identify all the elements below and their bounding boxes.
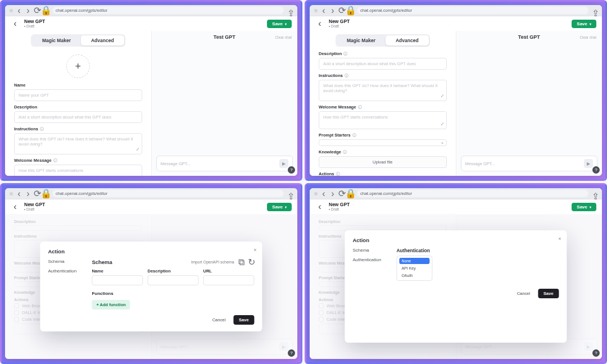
page-subtitle: • Draft	[24, 24, 45, 28]
help-button[interactable]: ?	[288, 166, 295, 174]
expand-icon[interactable]: ⤢	[136, 175, 139, 176]
instr-textarea[interactable]: What does this GPT do? How does it behav…	[319, 80, 447, 101]
expand-icon[interactable]: ⤢	[441, 94, 444, 98]
back-nav-icon[interactable]: ‹	[16, 8, 22, 13]
page-header: ‹ New GPT • Draft Save	[310, 199, 602, 214]
message-placeholder: Message GPT...	[465, 161, 585, 166]
fwd-nav-icon[interactable]: ›	[25, 191, 31, 197]
tab-magic[interactable]: Magic Maker	[337, 35, 386, 46]
config-tabs: Magic Maker Advanced	[31, 34, 125, 47]
modal-title: Action	[352, 237, 559, 243]
back-nav-icon[interactable]: ‹	[321, 8, 327, 13]
back-button[interactable]: ‹	[11, 19, 20, 28]
address-bar[interactable]: chat.openai.com/gpts/editor	[52, 190, 284, 197]
share-icon[interactable]: ⇪	[592, 8, 597, 13]
tab-magic[interactable]: Magic Maker	[32, 35, 81, 46]
col-name: Name	[92, 269, 143, 274]
welcome-label: Welcome Messagei	[319, 104, 447, 110]
reload-icon[interactable]: ⟳	[34, 8, 40, 13]
desc-input[interactable]: Add a short description about what this …	[319, 58, 447, 70]
cancel-button[interactable]: Cancel	[513, 289, 534, 298]
share-icon[interactable]: ⇪	[592, 191, 597, 197]
lock-icon: 🔒	[348, 191, 354, 197]
address-bar[interactable]: chat.openai.com/gpts/editor	[357, 190, 588, 197]
save-button[interactable]: Save	[267, 203, 292, 211]
share-icon[interactable]: ⇪	[287, 191, 293, 197]
info-icon[interactable]: i	[352, 133, 356, 137]
welcome-input[interactable]: How this GPT starts conversations⤢	[14, 165, 142, 176]
clear-chat[interactable]: Clear chat	[579, 35, 596, 39]
cancel-button[interactable]: Cancel	[208, 315, 230, 325]
clear-chat[interactable]: Clear chat	[275, 35, 292, 39]
share-icon[interactable]: ⇪	[287, 8, 293, 13]
close-icon[interactable]: ×	[558, 236, 561, 242]
info-icon[interactable]: i	[343, 52, 347, 56]
page-header: ‹ New GPT • Draft Save	[5, 199, 297, 214]
message-input[interactable]: Message GPT... ▶	[156, 156, 293, 171]
send-button[interactable]: ▶	[279, 159, 288, 168]
save-button[interactable]: Save	[572, 203, 596, 211]
modal-save-button[interactable]: Save	[538, 289, 559, 298]
back-nav-icon[interactable]: ‹	[321, 191, 327, 197]
auth-select[interactable]: None API Key OAuth	[396, 256, 432, 281]
import-schema[interactable]: Import OpenAPI schema	[191, 260, 234, 264]
page-subtitle: • Draft	[329, 24, 350, 28]
help-button[interactable]: ?	[592, 349, 600, 357]
reload-icon[interactable]: ⟳	[339, 8, 345, 13]
copy-icon[interactable]: ⧉	[239, 260, 244, 265]
fwd-nav-icon[interactable]: ›	[330, 191, 336, 197]
close-icon[interactable]: ×	[253, 247, 256, 253]
message-input[interactable]: Message GPT... ▶	[461, 156, 598, 171]
lock-icon: 🔒	[43, 8, 49, 13]
info-icon[interactable]: i	[358, 105, 362, 109]
back-nav-icon[interactable]: ‹	[16, 191, 22, 197]
desc-input[interactable]: Add a short description about what this …	[14, 111, 142, 123]
upload-button[interactable]: Upload file	[319, 156, 447, 168]
starter-input[interactable]: ×	[319, 139, 447, 146]
modal-tab-auth[interactable]: Authentication	[48, 269, 84, 274]
refresh-icon[interactable]: ↻	[249, 260, 255, 265]
info-icon[interactable]: i	[345, 74, 348, 78]
tab-advanced[interactable]: Advanced	[386, 35, 429, 46]
action-modal: Action × Schema Authentication Schema Im…	[40, 242, 262, 331]
help-button[interactable]: ?	[592, 166, 600, 174]
back-button[interactable]: ‹	[11, 202, 20, 211]
schema-name-input[interactable]	[92, 275, 143, 285]
browser-chrome: ‹ › ⟳ 🔒 chat.openai.com/gpts/editor ⇪	[5, 5, 297, 16]
info-icon[interactable]: i	[336, 172, 340, 176]
instr-textarea[interactable]: What does this GPT do? How does it behav…	[14, 133, 142, 154]
info-icon[interactable]: i	[53, 158, 57, 162]
fwd-nav-icon[interactable]: ›	[330, 8, 336, 13]
modal-tab-schema[interactable]: Schema	[352, 248, 388, 253]
save-button[interactable]: Save	[267, 20, 292, 28]
expand-icon[interactable]: ⤢	[441, 122, 444, 126]
remove-icon[interactable]: ×	[441, 140, 444, 145]
info-icon[interactable]: i	[343, 150, 347, 154]
auth-opt-oauth[interactable]: OAuth	[399, 272, 429, 279]
save-button[interactable]: Save	[572, 20, 596, 28]
browser-chrome: ‹ › ⟳ 🔒 chat.openai.com/gpts/editor ⇪	[310, 5, 602, 16]
auth-opt-apikey[interactable]: API Key	[399, 265, 429, 271]
address-bar[interactable]: chat.openai.com/gpts/editor	[52, 7, 284, 14]
fwd-nav-icon[interactable]: ›	[25, 8, 31, 13]
info-icon[interactable]: i	[40, 127, 44, 131]
schema-url-input[interactable]	[203, 275, 255, 285]
modal-save-button[interactable]: Save	[233, 315, 255, 325]
help-button[interactable]: ?	[288, 349, 295, 357]
add-function-button[interactable]: + Add function	[92, 300, 130, 310]
schema-desc-input[interactable]	[147, 275, 198, 285]
send-button[interactable]: ▶	[584, 159, 593, 168]
name-input[interactable]: Name your GPT	[14, 89, 142, 101]
modal-tab-auth[interactable]: Authentication	[352, 257, 388, 262]
address-bar[interactable]: chat.openai.com/gpts/editor	[357, 7, 588, 14]
auth-opt-none[interactable]: None	[399, 258, 429, 264]
modal-tab-schema[interactable]: Schema	[48, 259, 84, 264]
tab-advanced[interactable]: Advanced	[81, 35, 124, 46]
back-button[interactable]: ‹	[315, 202, 324, 211]
welcome-input[interactable]: How this GPT starts conversations⤢	[319, 111, 447, 129]
reload-icon[interactable]: ⟳	[339, 191, 345, 197]
avatar-add[interactable]: +	[66, 54, 90, 78]
reload-icon[interactable]: ⟳	[34, 191, 40, 197]
back-button[interactable]: ‹	[315, 19, 324, 28]
expand-icon[interactable]: ⤢	[136, 147, 139, 152]
